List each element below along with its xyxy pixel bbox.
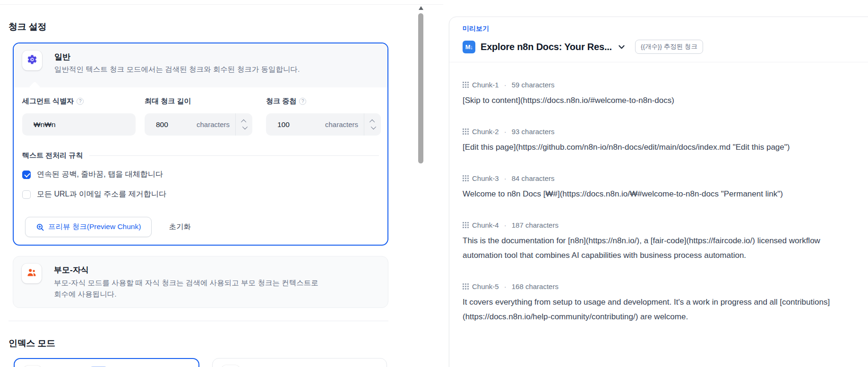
chunk-grid-icon	[463, 82, 469, 88]
chunk-header: Chunk-5 · 168 characters	[463, 282, 856, 290]
general-mode-title: 일반	[54, 51, 70, 62]
stepper-down-icon[interactable]	[242, 124, 247, 129]
chunk-header: Chunk-2 · 93 characters	[463, 128, 856, 136]
chunk-content: This is the documentation for [n8n](http…	[463, 233, 856, 263]
preview-chunk-button[interactable]: 프리뷰 청크(Preview Chunk)	[25, 217, 152, 237]
index-mode-title: 인덱스 모드	[9, 337, 389, 350]
parent-child-title: 부모-자식	[54, 265, 89, 275]
reset-button[interactable]: 초기화	[169, 222, 191, 232]
parent-child-icon-tile	[22, 264, 42, 283]
max-length-stepper[interactable]	[235, 113, 252, 136]
checkbox-remove-urls[interactable]	[22, 190, 31, 199]
chunk-name: Chunk-1	[472, 81, 499, 89]
chunk-grid-icon	[463, 283, 469, 290]
general-icon-tile	[22, 51, 42, 70]
general-mode-description: 일반적인 텍스트 청크 모드에서는 검색된 청크와 회수된 청크가 동일합니다.	[54, 65, 300, 75]
chunk-header: Chunk-3 · 84 characters	[463, 174, 856, 182]
chunk-item: Chunk-1 · 59 characters [Skip to content…	[463, 81, 856, 108]
magnifier-icon	[36, 223, 44, 231]
chunk-name: Chunk-3	[472, 174, 499, 182]
delimiter-label: 세그먼트 식별자 ?	[22, 97, 84, 106]
chunk-item: Chunk-5 · 168 characters It covers every…	[463, 282, 856, 324]
gear-icon	[26, 54, 38, 67]
chunk-settings-title: 청크 설정	[9, 21, 389, 33]
chunk-char-count: 168 characters	[512, 282, 559, 290]
preview-label: 미리보기	[463, 25, 856, 33]
max-length-label: 최대 청크 길이	[145, 97, 191, 106]
scrollbar-thumb[interactable]	[418, 13, 423, 163]
max-length-unit: characters	[197, 120, 235, 128]
dot-separator: ·	[504, 282, 507, 290]
chunk-settings-panel: 청크 설정 일반 일반적인 텍스트 청크 모드에서는 검색된 청크와 회수된 청…	[9, 21, 389, 367]
stepper-down-icon[interactable]	[370, 124, 376, 129]
parent-child-description: 부모-자식 모드를 사용할 때 자식 청크는 검색에 사용되고 부모 청크는 컨…	[54, 277, 318, 300]
preprocessing-rules-title: 텍스트 전처리 규칙	[22, 151, 83, 160]
overlap-input[interactable]: 100 characters	[266, 113, 381, 136]
max-length-input[interactable]: 800 characters	[145, 113, 252, 136]
chunk-content: [Skip to content](https://docs.n8n.io/#w…	[463, 93, 856, 108]
chunk-name: Chunk-4	[472, 221, 499, 229]
rule-remove-urls[interactable]: 모든 URL과 이메일 주소를 제거합니다	[22, 189, 166, 199]
stepper-up-icon[interactable]	[241, 119, 246, 125]
economical-icon-tile	[221, 365, 240, 367]
dot-separator: ·	[504, 221, 507, 229]
section-divider	[9, 321, 388, 321]
general-card-actions: 프리뷰 청크(Preview Chunk) 초기화	[25, 217, 191, 237]
rule-replace-whitespace[interactable]: 연속된 공백, 줄바꿈, 탭을 대체합니다	[22, 170, 163, 179]
chunk-content: It covers everything from setup to usage…	[463, 295, 856, 324]
overlap-help-icon[interactable]: ?	[299, 98, 306, 105]
index-mode-options: 고품질 추천 경제적	[14, 358, 389, 367]
chunk-char-count: 187 characters	[512, 221, 559, 229]
overlap-label: 청크 중첩 ?	[266, 97, 306, 106]
chunk-char-count: 59 characters	[512, 81, 555, 89]
overlap-stepper[interactable]	[364, 113, 381, 136]
parent-child-mode-card[interactable]: 부모-자식 부모-자식 모드를 사용할 때 자식 청크는 검색에 사용되고 부모…	[13, 256, 388, 308]
scrollbar-up-arrow[interactable]	[419, 6, 423, 10]
chunk-item: Chunk-3 · 84 characters Welcome to n8n D…	[463, 174, 856, 201]
general-mode-card[interactable]: 일반 일반적인 텍스트 청크 모드에서는 검색된 청크와 회수된 청크가 동일합…	[13, 43, 388, 246]
checkbox-replace-whitespace[interactable]	[22, 171, 31, 179]
chevron-down-icon[interactable]	[618, 43, 626, 51]
stepper-up-icon[interactable]	[369, 119, 374, 125]
chunk-header: Chunk-4 · 187 characters	[463, 221, 856, 229]
preview-panel: 미리보기 M↓ Explore n8n Docs: Your Res... {{…	[449, 17, 868, 367]
overlap-unit: characters	[325, 120, 364, 128]
markdown-file-icon: M↓	[463, 41, 475, 53]
preprocessing-rules-header: 텍스트 전처리 규칙	[22, 151, 379, 160]
chunk-settings-screen: 청크 설정 일반 일반적인 텍스트 청크 모드에서는 검색된 청크와 회수된 청…	[0, 0, 868, 367]
parent-child-people-icon	[26, 267, 37, 280]
index-mode-economical[interactable]: 경제적	[212, 358, 387, 367]
dot-separator: ·	[504, 128, 507, 136]
delimiter-input[interactable]: ₩n₩n	[22, 113, 136, 136]
chunk-char-count: 84 characters	[512, 174, 555, 182]
top-divider	[0, 4, 443, 5]
chunk-header: Chunk-1 · 59 characters	[463, 81, 856, 89]
chunk-char-count: 93 characters	[512, 128, 555, 136]
chunk-item: Chunk-4 · 187 characters This is the doc…	[463, 221, 856, 263]
chunk-grid-icon	[463, 222, 469, 228]
index-mode-high-quality[interactable]: 고품질 추천	[14, 358, 199, 367]
chunk-content: Welcome to n8n Docs [₩#](https://docs.n8…	[463, 187, 856, 201]
chunk-grid-icon	[463, 128, 469, 135]
chunk-item: Chunk-2 · 93 characters [Edit this page]…	[463, 128, 856, 154]
estimated-chunks-badge: {{개수}} 추정된 청크	[635, 40, 703, 54]
chunk-name: Chunk-2	[472, 128, 499, 136]
chunk-content: [Edit this page](https://github.com/n8n-…	[463, 140, 856, 154]
preview-document-title[interactable]: Explore n8n Docs: Your Res...	[481, 42, 612, 52]
dot-separator: ·	[504, 174, 507, 182]
chunk-list: Chunk-1 · 59 characters [Skip to content…	[463, 62, 856, 324]
rules-divider	[89, 155, 379, 156]
preview-document-row: M↓ Explore n8n Docs: Your Res... {{개수}} …	[463, 40, 856, 54]
chunk-grid-icon	[463, 175, 469, 181]
chunk-name: Chunk-5	[472, 282, 499, 290]
dot-separator: ·	[504, 81, 507, 89]
delimiter-help-icon[interactable]: ?	[77, 98, 84, 105]
